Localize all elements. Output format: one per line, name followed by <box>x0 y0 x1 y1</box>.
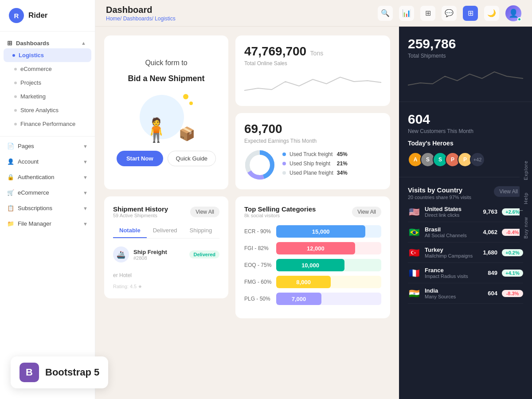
moon-icon-btn[interactable]: 🌙 <box>484 6 499 21</box>
bar-fill-plg: 7,000 <box>276 293 321 305</box>
sidebar: R Rider ⊞ Dashboards ▲ Logistics eCommer… <box>0 0 95 399</box>
ship-num: #2808 <box>133 255 167 261</box>
filemanager-group[interactable]: 📁 File Manager ▼ <box>0 216 95 231</box>
apps-icon-btn[interactable]: ⊞ <box>463 6 478 21</box>
bar-fill-eoq: 10,000 <box>276 259 344 271</box>
dashboards-group[interactable]: ⊞ Dashboards ▲ <box>0 35 95 48</box>
breadcrumb-home: Home/ <box>106 16 123 22</box>
logo-name: Rider <box>28 11 47 20</box>
country-info-fr: France Impact Radius visits <box>425 267 474 279</box>
sidebar-item-logistics[interactable]: Logistics <box>4 48 91 62</box>
bootstrap-badge: B Bootstrap 5 <box>11 356 108 388</box>
hotel-label: er Hotel <box>113 270 219 278</box>
row-1: Quick form to Bid a New Shipment 🧍 📦 Sta… <box>104 35 390 189</box>
categories-subtitle: 8k social visitors <box>244 213 316 218</box>
topbar-titles: Dashboard Home/ Dashboards/ Logistics <box>106 5 176 22</box>
chevron-down-icon: ▼ <box>83 221 88 227</box>
pages-group[interactable]: 📄 Pages ▼ <box>0 138 95 154</box>
search-icon-btn[interactable]: 🔍 <box>378 6 393 21</box>
ecommerce-group[interactable]: 🛒 eCommerce ▼ <box>0 185 95 200</box>
logo-area[interactable]: R Rider <box>0 0 95 31</box>
country-row-tr: 🇹🇷 Turkey Mailchimp Campaigns 1,680 +0.2… <box>408 243 523 263</box>
donut-section: Used Truck freight 45% Used Ship freight… <box>244 149 381 180</box>
change-fr: +4.1% <box>502 270 523 277</box>
categories-view-all-button[interactable]: View All <box>352 207 381 217</box>
ship-freight-icon: 🚢 <box>113 246 129 262</box>
flag-us: 🇺🇸 <box>408 207 420 217</box>
country-name-br: Brasil <box>425 226 474 233</box>
side-tab-help[interactable]: Help <box>520 186 532 211</box>
user-avatar-wrap[interactable]: 👤 <box>505 5 521 21</box>
bar-row-ecr: ECR - 90% 15,000 <box>244 225 381 238</box>
quick-guide-button[interactable]: Quick Guide <box>168 151 216 166</box>
tab-notable[interactable]: Notable <box>113 223 147 238</box>
sidebar-item-finance-performance[interactable]: Finance Performance <box>0 117 95 131</box>
visits-header: Visits by Country 20 countries share 97%… <box>408 186 523 200</box>
bootstrap-text: Bootstrap 5 <box>45 367 99 378</box>
country-info-in: India Many Sources <box>425 287 474 299</box>
grid-icon: ⊞ <box>7 39 12 47</box>
tab-shipping[interactable]: Shipping <box>184 223 219 238</box>
dot <box>14 82 17 84</box>
bar-fill-fmg: 8,000 <box>276 276 331 288</box>
subscriptions-group[interactable]: 📋 Subscriptions ▼ <box>0 200 95 216</box>
analytics-icon-btn[interactable]: 📊 <box>399 6 414 21</box>
side-tab-buy-now[interactable]: Buy now <box>520 211 532 245</box>
change-in: -8.3% <box>502 290 523 297</box>
sidebar-item-marketing[interactable]: Marketing <box>0 90 95 103</box>
bar-fill-ecr: 15,000 <box>276 225 365 238</box>
bar-label-eoq: EOQ - 75% <box>244 262 272 268</box>
country-row-us: 🇺🇸 United States Direct link clicks 9,76… <box>408 202 523 222</box>
country-info-br: Brasil All Social Channels <box>425 226 474 238</box>
legend-plane: Used Plane freight 34% <box>282 170 348 176</box>
illus-person-icon: 🧍 <box>142 117 171 144</box>
country-value-tr: 1,680 <box>479 249 497 256</box>
heroes-section: Today's Heroes A S S P P +42 <box>408 134 523 167</box>
sidebar-item-store-analytics[interactable]: Store Analytics <box>0 103 95 117</box>
legend-ship: Used Ship freight 21% <box>282 160 348 167</box>
account-group[interactable]: 👤 Account ▼ <box>0 154 95 169</box>
change-tr: +0.2% <box>502 249 523 256</box>
stat-label-sales: Total Online Sales <box>244 60 381 66</box>
quick-form-subtitle: Bid a New Shipment <box>128 74 204 83</box>
hero-avatars: A S S P P +42 <box>408 152 523 167</box>
visits-view-all-button[interactable]: View All <box>494 186 523 197</box>
breadcrumb: Home/ Dashboards/ Logistics <box>106 16 176 22</box>
auth-group[interactable]: 🔒 Authentication ▼ <box>0 169 95 185</box>
start-now-button[interactable]: Start Now <box>117 151 163 166</box>
auth-icon: 🔒 <box>7 174 14 180</box>
sidebar-item-ecommerce[interactable]: eCommerce <box>0 62 95 76</box>
country-source-tr: Mailchimp Campaigns <box>425 253 474 258</box>
main-area: Dashboard Home/ Dashboards/ Logistics 🔍 … <box>95 0 532 399</box>
truck-dot <box>282 153 286 156</box>
dark-shipments-value: 259,786 <box>408 36 523 51</box>
expected-earnings-card: 69,700 Expected Earnings This Month <box>235 113 390 189</box>
stats-column: 47,769,700 Tons Total Online Sales 69,7 <box>235 35 390 189</box>
bootstrap-icon: B <box>20 363 39 382</box>
bar-row-eoq: EOQ - 75% 10,000 <box>244 259 381 271</box>
sidebar-item-projects[interactable]: Projects <box>0 76 95 90</box>
bar-track-fmg: 8,000 <box>276 276 381 288</box>
yellow-dot-2 <box>189 102 193 105</box>
country-source-us: Direct link clicks <box>425 212 474 218</box>
sales-mini-chart <box>244 73 381 97</box>
grid-icon-btn[interactable]: ⊞ <box>420 6 435 21</box>
bar-row-plg: PLG - 50% 7,000 <box>244 293 381 305</box>
country-row-br: 🇧🇷 Brasil All Social Channels 4,062 -0.4… <box>408 222 523 243</box>
chat-icon-btn[interactable]: 💬 <box>442 6 457 21</box>
donut-legend: Used Truck freight 45% Used Ship freight… <box>282 151 348 179</box>
flag-fr: 🇫🇷 <box>408 268 420 278</box>
visits-title-block: Visits by Country 20 countries share 97%… <box>408 186 471 200</box>
country-info-tr: Turkey Mailchimp Campaigns <box>425 246 474 258</box>
country-value-in: 604 <box>479 290 497 297</box>
side-tab-explore[interactable]: Explore <box>520 154 532 186</box>
country-name-in: India <box>425 287 474 294</box>
page-title: Dashboard <box>106 5 176 15</box>
categories-title: Top Selling Categories <box>244 205 316 213</box>
tab-delivered[interactable]: Delivered <box>147 223 184 238</box>
topbar-actions: 🔍 📊 ⊞ 💬 ⊞ 🌙 👤 <box>378 5 521 21</box>
country-source-br: All Social Channels <box>425 233 474 238</box>
dark-customers-value: 604 <box>408 112 523 127</box>
country-value-us: 9,763 <box>479 208 497 215</box>
shipment-view-all-button[interactable]: View All <box>190 207 219 217</box>
